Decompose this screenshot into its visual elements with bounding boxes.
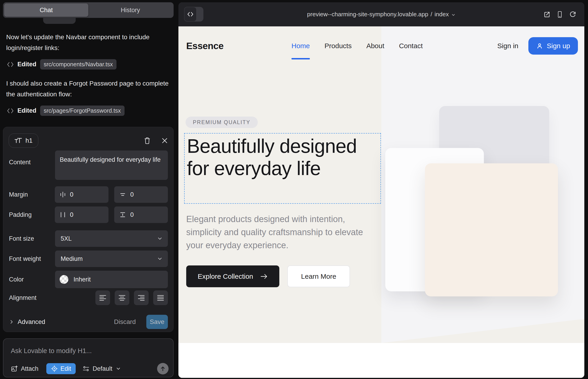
padding-vertical-icon <box>119 211 126 218</box>
edit-mode-button[interactable]: Edit <box>46 363 76 374</box>
typography-icon <box>15 137 22 144</box>
nav-link-contact[interactable]: Contact <box>399 42 423 50</box>
edited-label: Edited <box>17 61 36 68</box>
margin-x-input[interactable]: 0 <box>55 186 108 203</box>
preview-url-bar[interactable]: preview--charming-site-symphony.lovable.… <box>178 2 584 26</box>
user-icon <box>536 42 543 49</box>
element-tag-label: h1 <box>25 137 32 144</box>
content-label: Content <box>9 151 55 180</box>
padding-horizontal-icon <box>60 211 66 218</box>
sliders-icon <box>83 365 90 372</box>
element-tag-badge: h1 <box>9 134 38 148</box>
margin-label: Margin <box>9 191 55 198</box>
font-weight-label: Font weight <box>9 255 55 262</box>
alignment-label: Alignment <box>9 294 55 301</box>
target-icon <box>51 365 58 372</box>
padding-label: Padding <box>9 211 55 218</box>
edited-file-row: Edited src/components/Navbar.tsx <box>7 59 117 69</box>
hero-subtext: Elegant products designed with intention… <box>186 213 367 252</box>
chat-composer: Attach Edit Default <box>3 338 174 377</box>
align-justify-button[interactable] <box>153 290 168 305</box>
site-logo[interactable]: Essence <box>186 41 224 51</box>
site-navbar: Essence Home Products About Contact Sign… <box>178 26 584 65</box>
sign-in-link[interactable]: Sign in <box>497 42 519 50</box>
model-mode-select[interactable]: Default <box>83 365 121 372</box>
align-left-button[interactable] <box>95 290 110 305</box>
padding-y-input[interactable]: 0 <box>114 206 168 223</box>
sign-up-button[interactable]: Sign up <box>528 37 578 55</box>
chevron-down-icon <box>157 256 163 262</box>
attach-image-icon <box>11 365 18 372</box>
learn-more-button[interactable]: Learn More <box>287 266 350 287</box>
nav-link-products[interactable]: Products <box>325 42 352 50</box>
nav-link-home[interactable]: Home <box>292 42 310 50</box>
lovable-app: Chat History Now let's update the Navbar… <box>0 0 588 379</box>
margin-vertical-icon <box>119 191 126 198</box>
file-chip[interactable]: src/components/Navbar.tsx <box>40 59 117 69</box>
nav-link-about[interactable]: About <box>366 42 384 50</box>
font-size-label: Font size <box>9 235 55 242</box>
preview-url-host: preview--charming-site-symphony.lovable.… <box>307 11 428 18</box>
save-button[interactable]: Save <box>146 315 168 329</box>
arrow-right-icon <box>260 273 268 280</box>
preview-header: preview--charming-site-symphony.lovable.… <box>178 2 584 26</box>
chevron-right-icon <box>9 319 14 325</box>
explore-collection-button[interactable]: Explore Collection <box>186 266 279 287</box>
element-inspector-panel: h1 Content Margin <box>3 127 174 332</box>
open-in-new-window-icon[interactable] <box>543 11 550 18</box>
margin-horizontal-icon <box>60 191 66 198</box>
align-center-button[interactable] <box>115 290 129 305</box>
decorative-card-cream <box>425 163 558 296</box>
inspector-header: h1 <box>9 134 168 148</box>
margin-y-input[interactable]: 0 <box>114 186 168 203</box>
url-separator: / <box>431 11 432 18</box>
hero-badge: PREMIUM QUALITY <box>186 117 258 128</box>
padding-x-input[interactable]: 0 <box>55 206 108 223</box>
edited-label: Edited <box>17 107 36 114</box>
chevron-down-icon <box>116 366 121 371</box>
chat-history-tabbar: Chat History <box>3 2 174 18</box>
tab-chat[interactable]: Chat <box>4 3 88 17</box>
chevron-down-icon <box>451 13 456 17</box>
align-right-button[interactable] <box>134 290 149 305</box>
attach-button[interactable]: Attach <box>11 365 39 372</box>
color-select[interactable]: Inherit <box>55 271 168 288</box>
content-textarea[interactable] <box>55 151 168 180</box>
advanced-toggle[interactable]: Advanced <box>9 318 45 326</box>
assistant-message: Now let's update the Navbar component to… <box>6 32 169 53</box>
refresh-icon[interactable] <box>569 11 576 18</box>
font-size-select[interactable]: 5XL <box>55 230 168 247</box>
color-label: Color <box>9 276 55 283</box>
file-chip[interactable]: src/pages/ForgotPassword.tsx <box>40 106 124 116</box>
chat-panel: Chat History Now let's update the Navbar… <box>0 0 178 379</box>
h1-selection-outline[interactable]: Beautifully designed for everyday life <box>184 133 381 204</box>
next-section-background <box>178 343 584 378</box>
code-icon <box>7 62 14 67</box>
delete-element-button[interactable] <box>144 137 150 144</box>
mobile-view-icon[interactable] <box>557 11 563 18</box>
preview-url-path: index <box>434 11 449 18</box>
composer-input[interactable] <box>11 346 162 356</box>
previewed-site: Essence Home Products About Contact Sign… <box>178 26 584 378</box>
assistant-message: I should also create a Forgot Password p… <box>6 78 169 100</box>
code-icon <box>7 108 14 114</box>
discard-button[interactable]: Discard <box>114 318 136 326</box>
send-button[interactable] <box>157 363 169 374</box>
font-weight-select[interactable]: Medium <box>55 251 168 267</box>
chevron-down-icon <box>157 236 163 242</box>
preview-window: preview--charming-site-symphony.lovable.… <box>178 2 584 378</box>
tab-history[interactable]: History <box>88 3 172 17</box>
color-swatch <box>60 275 68 284</box>
clipped-scrolled-chip <box>43 18 76 24</box>
edited-file-row: Edited src/pages/ForgotPassword.tsx <box>7 106 124 116</box>
hero-headline[interactable]: Beautifully designed for everyday life <box>187 135 377 179</box>
close-icon[interactable] <box>161 137 168 144</box>
